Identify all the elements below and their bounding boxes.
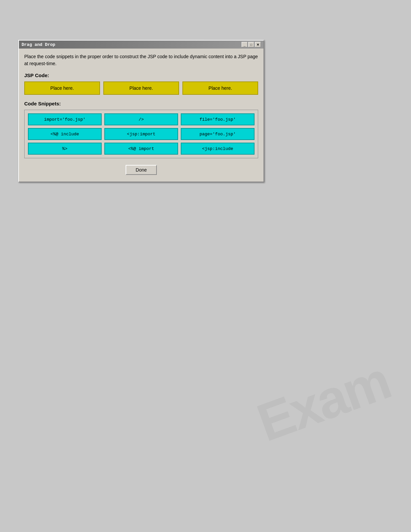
snippet-5[interactable]: page='foo.jsp' bbox=[181, 128, 255, 140]
watermark: Exam bbox=[250, 350, 397, 454]
snippet-4[interactable]: <jsp:import bbox=[104, 128, 178, 140]
snippet-7[interactable]: <%@ import bbox=[104, 143, 178, 155]
window-content: Place the code snippets in the proper or… bbox=[19, 49, 263, 182]
instruction-text: Place the code snippets in the proper or… bbox=[24, 53, 258, 67]
snippet-0[interactable]: import='foo.jsp' bbox=[28, 113, 102, 125]
snippets-label: Code Snippets: bbox=[24, 101, 258, 106]
title-bar: Drag and Drop _ □ ✕ bbox=[19, 41, 263, 49]
drop-zone-row: Place here. Place here. Place here. bbox=[24, 81, 258, 95]
snippet-1[interactable]: /> bbox=[104, 113, 178, 125]
maximize-button[interactable]: □ bbox=[248, 42, 254, 47]
minimize-button[interactable]: _ bbox=[242, 42, 248, 47]
done-button[interactable]: Done bbox=[126, 165, 156, 175]
drag-drop-window: Drag and Drop _ □ ✕ Place the code snipp… bbox=[18, 40, 264, 182]
snippet-8[interactable]: <jsp:include bbox=[181, 143, 255, 155]
drop-zone-2[interactable]: Place here. bbox=[103, 81, 179, 95]
snippet-6[interactable]: %> bbox=[28, 143, 102, 155]
snippets-grid: import='foo.jsp' /> file='foo.jsp' <%@ i… bbox=[24, 110, 258, 158]
done-row: Done bbox=[24, 165, 258, 175]
jsp-code-label: JSP Code: bbox=[24, 72, 258, 78]
close-button[interactable]: ✕ bbox=[255, 42, 261, 47]
snippet-3[interactable]: <%@ include bbox=[28, 128, 102, 140]
window-title: Drag and Drop bbox=[22, 42, 55, 47]
drop-zone-3[interactable]: Place here. bbox=[182, 81, 258, 95]
snippet-2[interactable]: file='foo.jsp' bbox=[181, 113, 255, 125]
title-bar-buttons: _ □ ✕ bbox=[242, 42, 261, 47]
drop-zone-1[interactable]: Place here. bbox=[24, 81, 100, 95]
